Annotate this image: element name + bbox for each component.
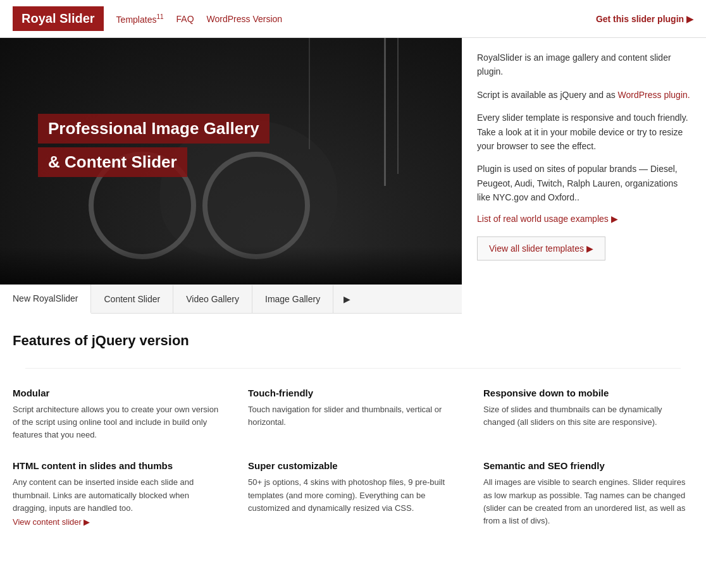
view-content-slider-link[interactable]: View content slider ▶ <box>13 517 90 527</box>
feature-touch-desc: Touch navigation for slider and thumbnai… <box>248 403 458 429</box>
main-content: Professional Image Gallery & Content Sli… <box>0 38 706 314</box>
feature-responsive-desc: Size of slides and thumbnails can be dyn… <box>483 403 693 429</box>
get-plugin-link[interactable]: Get this slider plugin ▶ <box>596 14 693 24</box>
list-usage-link[interactable]: List of real world usage examples ▶ <box>477 214 691 224</box>
divider <box>25 368 681 369</box>
feature-html-content: HTML content in slides and thumbs Any co… <box>13 460 223 527</box>
feature-customizable: Super customizable 50+ js options, 4 ski… <box>248 460 458 527</box>
feature-seo-desc: All images are visible to search engines… <box>483 476 693 527</box>
nav-templates[interactable]: Templates11 <box>116 13 164 25</box>
feature-seo-name: Semantic and SEO friendly <box>483 460 693 471</box>
info-para2: Script is available as jQuery and as Wor… <box>477 88 691 102</box>
caption-line1: Professional Image Gallery <box>38 114 269 144</box>
slider-section: Professional Image Gallery & Content Sli… <box>0 38 462 314</box>
wordpress-plugin-link[interactable]: WordPress plugin. <box>618 90 690 100</box>
feature-customizable-desc: 50+ js options, 4 skins with photoshop f… <box>248 476 458 514</box>
logo[interactable]: Royal Slider <box>13 6 104 31</box>
tab-video-gallery[interactable]: Video Gallery <box>173 285 252 313</box>
feature-responsive: Responsive down to mobile Size of slides… <box>483 388 693 441</box>
feature-seo: Semantic and SEO friendly All images are… <box>483 460 693 527</box>
templates-badge: 11 <box>156 13 163 20</box>
features-title: Features of jQuery version <box>13 333 693 349</box>
caption-line2: & Content Slider <box>38 147 187 177</box>
feature-modular-desc: Script architecture allows you to create… <box>13 403 223 441</box>
feature-customizable-name: Super customizable <box>248 460 458 471</box>
feature-touch-friendly: Touch-friendly Touch navigation for slid… <box>248 388 458 441</box>
info-para1: RoyalSlider is an image gallery and cont… <box>477 51 691 79</box>
main-nav: Templates11 FAQ WordPress Version <box>116 13 596 25</box>
tab-new-royalslider[interactable]: New RoyalSlider <box>0 285 91 314</box>
info-para3: Every slider template is responsive and … <box>477 111 691 153</box>
features-section: Features of jQuery version Modular Scrip… <box>0 314 706 553</box>
tab-content-slider[interactable]: Content Slider <box>91 285 173 313</box>
slider-container[interactable]: Professional Image Gallery & Content Sli… <box>0 38 462 285</box>
tab-image-gallery[interactable]: Image Gallery <box>252 285 333 313</box>
feature-modular-name: Modular <box>13 388 223 398</box>
nav-wordpress[interactable]: WordPress Version <box>207 14 283 24</box>
feature-responsive-name: Responsive down to mobile <box>483 388 693 398</box>
info-para4: Plugin is used on sites of popular brand… <box>477 162 691 204</box>
slider-tabs: New RoyalSlider Content Slider Video Gal… <box>0 285 462 314</box>
lamp-post-decoration <box>397 38 399 174</box>
feature-modular: Modular Script architecture allows you t… <box>13 388 223 441</box>
view-templates-button[interactable]: View all slider templates ▶ <box>477 236 605 260</box>
lamp-post2-decoration <box>309 38 310 149</box>
tabs-arrow[interactable]: ▶ <box>333 285 361 313</box>
feature-html-desc: Any content can be inserted inside each … <box>13 476 223 514</box>
slider-caption: Professional Image Gallery & Content Sli… <box>38 114 269 181</box>
feature-touch-name: Touch-friendly <box>248 388 458 398</box>
header: Royal Slider Templates11 FAQ WordPress V… <box>0 0 706 38</box>
features-grid: Modular Script architecture allows you t… <box>13 388 693 540</box>
info-panel: RoyalSlider is an image gallery and cont… <box>462 38 706 314</box>
ground-gradient <box>0 247 462 285</box>
nav-faq[interactable]: FAQ <box>176 14 194 24</box>
feature-html-name: HTML content in slides and thumbs <box>13 460 223 471</box>
